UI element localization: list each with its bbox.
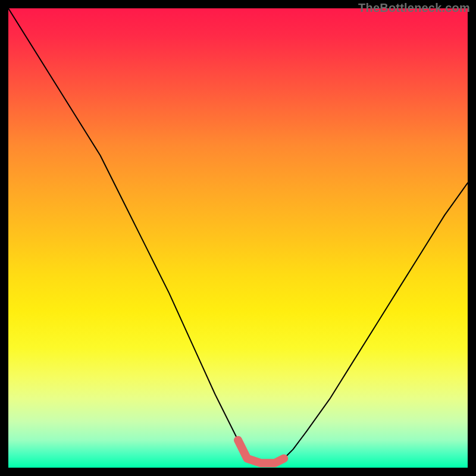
bottleneck-chart	[8, 8, 468, 468]
bottleneck-curve	[8, 8, 468, 463]
minimum-highlight-segment	[238, 440, 284, 464]
